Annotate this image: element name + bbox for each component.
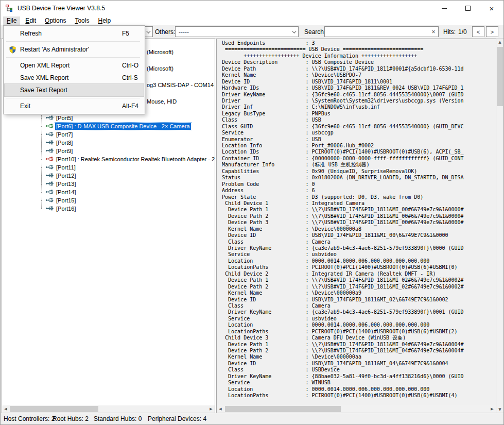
clear-search-icon[interactable]: × bbox=[429, 28, 438, 36]
file-menu-item[interactable]: Save XML Report Ctrl-S bbox=[5, 72, 144, 84]
search-label: Search: bbox=[304, 28, 325, 36]
previous-hit-button[interactable]: < bbox=[472, 26, 484, 37]
tree-item-port[interactable]: [Port9] bbox=[2, 147, 215, 155]
scroll-right-icon[interactable]: ▶ bbox=[207, 405, 215, 413]
scrollbar-thumb[interactable] bbox=[225, 406, 341, 412]
others-combobox[interactable]: ----- bbox=[175, 26, 299, 37]
file-menu-item[interactable] bbox=[5, 56, 144, 59]
menu-item-label: Open XML Report bbox=[20, 62, 69, 69]
detail-line: Device Path : \\?\USB#VID_174F&PID_1811#… bbox=[222, 66, 496, 72]
chevron-down-icon bbox=[292, 29, 296, 33]
file-menu-item[interactable]: Exit Alt-F4 bbox=[5, 100, 144, 112]
detail-line: Service : WINUSB bbox=[222, 380, 496, 386]
scroll-left-icon[interactable]: ◀ bbox=[217, 405, 224, 413]
tree-horizontal-scrollbar[interactable]: ◀ ▶ bbox=[2, 405, 215, 413]
minimize-button[interactable] bbox=[432, 1, 456, 16]
tree-item-partially-hidden[interactable]: og3 CMSIS-DAP - COM14 bbox=[147, 81, 214, 89]
tree-item-port[interactable]: [Port12] bbox=[2, 172, 215, 180]
scrollbar-thumb[interactable] bbox=[10, 406, 98, 412]
tree-item-port[interactable]: [Port13] bbox=[2, 180, 215, 188]
file-menu-item[interactable]: Open XML Report Ctrl-O bbox=[5, 59, 144, 72]
detail-line: ========================== USB Device ==… bbox=[222, 46, 496, 53]
menu-item-label: Save Text Report bbox=[20, 87, 67, 94]
detail-line: Container ID : {00000000-0000-0000-ffff-… bbox=[222, 156, 496, 162]
menubar-item[interactable]: File bbox=[3, 16, 20, 25]
device-details-pane: Used Endpoints : 3 =====================… bbox=[216, 39, 496, 413]
usb-port-icon bbox=[46, 148, 54, 154]
file-menu-item[interactable] bbox=[5, 96, 144, 100]
tree-item-label: [Port15] bbox=[55, 197, 77, 204]
tree-item-port[interactable]: [Port15] bbox=[2, 196, 215, 205]
detail-line: Kernel Name : \Device\000000a9 bbox=[222, 290, 496, 296]
tree-item-port[interactable]: [Port5] bbox=[2, 114, 215, 122]
hits-label: Hits: bbox=[443, 28, 456, 36]
scroll-right-icon[interactable]: ▶ bbox=[489, 405, 496, 413]
detail-line: Child Device 3 : Camera DFU Device (WinU… bbox=[222, 335, 496, 341]
tree-item-label: Mouse, HID bbox=[147, 98, 177, 105]
detail-line: Kernel Name : \Device\000000aa bbox=[222, 354, 496, 360]
file-menu-item[interactable]: Refresh F5 bbox=[5, 27, 144, 40]
chevron-down-icon bbox=[146, 29, 150, 33]
usb-port-icon bbox=[46, 156, 54, 162]
tree-item-port[interactable]: [Port10] : Realtek Semiconductor Realtek… bbox=[2, 155, 215, 163]
file-menu-item[interactable]: Restart 'As Administrator' bbox=[5, 43, 144, 56]
detail-line: Used Endpoints : 3 bbox=[222, 40, 496, 46]
tree-item-port[interactable]: [Port16] bbox=[2, 205, 215, 213]
menu-item-shortcut: Ctrl-O bbox=[122, 62, 142, 69]
next-hit-button[interactable]: > bbox=[486, 26, 498, 37]
tree-item-label: [Port16] bbox=[55, 205, 77, 212]
tree-item-port[interactable]: [Port8] bbox=[2, 139, 215, 147]
menubar-item[interactable]: Options bbox=[41, 16, 69, 25]
detail-line: Device ID : USB\VID_174F&PID_1811&MI_04\… bbox=[222, 361, 496, 367]
detail-line: Location IDs : PCIROOT(0)#PCI(1400)#USBR… bbox=[222, 149, 496, 155]
detail-line: Device Path 3 : \\?\USB#VID_174F&PID_181… bbox=[222, 219, 496, 226]
search-input[interactable] bbox=[325, 28, 429, 36]
file-menu-item[interactable] bbox=[5, 40, 144, 43]
details-vertical-scrollbar[interactable]: ▲ ▼ bbox=[496, 39, 503, 413]
details-horizontal-scrollbar[interactable]: ◀ ▶ bbox=[217, 405, 496, 413]
detail-line: Location : 0000.0014.0000.006.000.000.00… bbox=[222, 322, 496, 328]
menubar-item[interactable]: Edit bbox=[22, 16, 40, 25]
detail-line: Problem Code : 0 bbox=[222, 181, 496, 188]
scroll-up-icon[interactable]: ▲ bbox=[496, 39, 503, 46]
tree-item-partially-hidden[interactable]: (Microsoft) bbox=[147, 48, 173, 56]
detail-line: Service : usbvideo bbox=[222, 251, 496, 258]
detail-line: LocationPaths : PCIROOT(0)#PCI(1400)#USB… bbox=[222, 393, 496, 399]
tree-item-partially-hidden[interactable]: (Microsoft) bbox=[147, 64, 173, 73]
usb-port-icon bbox=[46, 206, 54, 212]
status-item: Host Controllers: 2 bbox=[4, 415, 53, 422]
detail-line: Driver Inf : C:\WINDOWS\inf\usb.inf bbox=[222, 104, 496, 110]
detail-line: Enumerator : USB bbox=[222, 137, 496, 143]
detail-line: Device Description : USB Composite Devic… bbox=[222, 59, 496, 65]
detail-line: Driver KeyName : {88bae032-5a81-49f0-bc3… bbox=[222, 373, 496, 380]
status-item: Root Hubs: 2 bbox=[53, 415, 94, 422]
menu-item-shortcut: Alt-F4 bbox=[122, 103, 142, 110]
detail-line: Class : Camera bbox=[222, 239, 496, 245]
scroll-down-icon[interactable]: ▼ bbox=[496, 406, 503, 413]
maximize-button[interactable] bbox=[456, 1, 480, 16]
file-menu-item[interactable]: Save Text Report bbox=[5, 84, 144, 96]
detail-line: Class GUID : {36fc9e60-c465-11cf-8056-44… bbox=[222, 124, 496, 130]
tree-item-port[interactable]: [Port6] : D-MAX USB Composite Device - 2… bbox=[2, 122, 215, 130]
detail-line: Device ID : USB\VID_174F&PID_1811&MI_02\… bbox=[222, 297, 496, 303]
menubar-item[interactable]: Help bbox=[94, 16, 114, 25]
tree-item-port[interactable]: [Port11] bbox=[2, 163, 215, 172]
usb-port-icon bbox=[46, 131, 54, 138]
close-button[interactable]: × bbox=[480, 1, 503, 16]
scroll-left-icon[interactable]: ◀ bbox=[2, 405, 9, 413]
tree-item-label: [Port11] bbox=[55, 164, 77, 171]
detail-line: Device Path 2 : \\?\USB#VID_174F&PID_181… bbox=[222, 348, 496, 354]
usb-port-icon bbox=[46, 197, 54, 203]
scrollbar-thumb[interactable] bbox=[497, 47, 503, 106]
search-box: × bbox=[324, 26, 439, 37]
tree-item-port[interactable]: [Port7] bbox=[2, 130, 215, 139]
usb-port-icon bbox=[46, 189, 54, 195]
app-icon bbox=[5, 4, 13, 12]
menubar-item[interactable]: Tools bbox=[71, 16, 93, 25]
detail-line: Driver KeyName : {ca3e7ab9-b4c3-4ae6-825… bbox=[222, 245, 496, 251]
tree-item-port[interactable]: [Port14] bbox=[2, 188, 215, 196]
maximize-icon bbox=[465, 6, 471, 11]
tree-item-partially-hidden[interactable]: Mouse, HID bbox=[147, 97, 177, 106]
detail-line: Service : usbvideo bbox=[222, 316, 496, 322]
uac-shield-icon bbox=[5, 46, 20, 54]
